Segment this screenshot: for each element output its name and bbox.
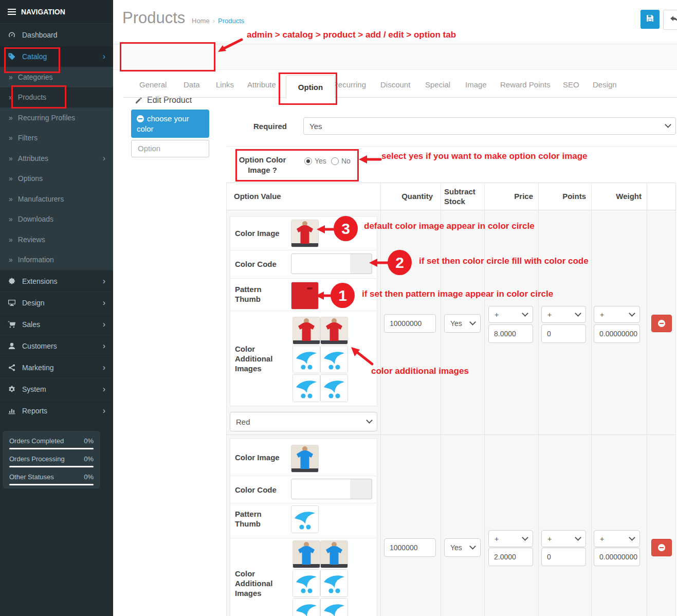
- color-picker-addon[interactable]: [350, 479, 372, 499]
- sidebar-item-extensions[interactable]: Extensions›: [0, 270, 113, 292]
- save-button[interactable]: [641, 10, 660, 29]
- tab-general[interactable]: General: [139, 73, 167, 97]
- price-prefix-select[interactable]: +: [488, 530, 533, 547]
- back-button[interactable]: [663, 10, 677, 30]
- color-image-thumbnail[interactable]: [291, 220, 319, 247]
- quantity-input[interactable]: 10000000: [384, 314, 436, 333]
- tab-data[interactable]: Data: [184, 73, 200, 97]
- additional-image-placeholder[interactable]: [320, 598, 348, 616]
- color-additional-images-label: Color Additional Images: [235, 569, 277, 598]
- additional-image-thumbnail[interactable]: [320, 317, 348, 345]
- hamburger-icon[interactable]: [8, 7, 16, 16]
- color-image-thumbnail[interactable]: [291, 445, 319, 473]
- tab-image[interactable]: Image: [465, 73, 487, 97]
- col-subtract-stock: Subtract Stock: [444, 183, 479, 210]
- sidebar-item-downloads[interactable]: »Downloads: [0, 209, 113, 230]
- additional-image-placeholder[interactable]: [292, 346, 320, 373]
- weight-prefix-select[interactable]: +: [594, 306, 640, 323]
- additional-image-thumbnail[interactable]: [292, 540, 320, 568]
- angle-double-icon: »: [9, 114, 13, 122]
- breadcrumb-home[interactable]: Home: [192, 17, 210, 25]
- sidebar-item-sales[interactable]: Sales›: [0, 313, 113, 335]
- sidebar-item-options[interactable]: »Options: [0, 169, 113, 189]
- progress-bar: [9, 466, 94, 467]
- col-points: Points: [538, 183, 586, 210]
- subtract-stock-select[interactable]: Yes: [444, 314, 481, 333]
- points-input[interactable]: 0: [541, 324, 586, 343]
- weight-input[interactable]: 0.00000000: [594, 324, 640, 343]
- additional-image-placeholder[interactable]: [320, 374, 348, 402]
- tab-discount[interactable]: Discount: [380, 73, 410, 97]
- sidebar-item-catalog[interactable]: Catalog ›: [0, 46, 113, 67]
- additional-image-placeholder[interactable]: [320, 346, 348, 373]
- points-input[interactable]: 0: [541, 548, 586, 566]
- weight-prefix-select[interactable]: +: [594, 530, 640, 547]
- points-prefix-select[interactable]: +: [541, 306, 586, 323]
- sidebar-item-categories[interactable]: »Categories: [0, 67, 113, 87]
- radio-unselected-icon: [331, 157, 339, 165]
- pattern-thumb-thumbnail[interactable]: [291, 505, 319, 533]
- sidebar-item-reviews[interactable]: »Reviews: [0, 229, 113, 250]
- radio-yes[interactable]: Yes: [304, 157, 326, 165]
- option-value-card-blue: Color Image Color Code Pattern Thumb Col…: [230, 438, 377, 616]
- tab-seo[interactable]: SEO: [563, 73, 579, 97]
- price-input[interactable]: 8.0000: [488, 324, 533, 343]
- tab-option[interactable]: Option: [286, 75, 335, 98]
- angle-double-icon: »: [9, 195, 13, 203]
- stat-value: 0%: [84, 473, 94, 481]
- sidebar-item-products[interactable]: »Products: [0, 87, 113, 108]
- color-code-input[interactable]: [291, 479, 351, 499]
- tab-special[interactable]: Special: [425, 73, 450, 97]
- chevron-right-icon: ›: [103, 364, 105, 372]
- sidebar-item-marketing[interactable]: Marketing›: [0, 356, 113, 378]
- sidebar-item-information[interactable]: »Information: [0, 250, 113, 270]
- points-prefix-select[interactable]: +: [541, 530, 586, 547]
- additional-image-placeholder[interactable]: [292, 598, 320, 616]
- price-prefix-select[interactable]: +: [488, 306, 533, 323]
- chevron-right-icon: ›: [103, 342, 105, 350]
- option-value-select[interactable]: Red: [230, 412, 377, 431]
- color-code-input[interactable]: [291, 253, 351, 274]
- subtract-stock-select[interactable]: Yes: [444, 538, 481, 557]
- angle-double-icon: »: [9, 235, 13, 244]
- chevron-right-icon: ›: [103, 385, 105, 393]
- weight-input[interactable]: 0.00000000: [594, 548, 640, 566]
- tab-bar-border: [123, 97, 677, 98]
- radio-no[interactable]: No: [331, 157, 351, 165]
- tab-links[interactable]: Links: [216, 73, 234, 97]
- tab-attribute[interactable]: Attribute: [247, 73, 276, 97]
- additional-image-thumbnail[interactable]: [320, 540, 348, 568]
- additional-image-placeholder[interactable]: [292, 374, 320, 402]
- tab-design[interactable]: Design: [593, 73, 617, 97]
- price-input[interactable]: 2.0000: [488, 548, 533, 566]
- remove-option-value-button[interactable]: [651, 315, 672, 332]
- angle-double-icon: »: [9, 215, 13, 223]
- chevron-right-icon: ›: [103, 277, 105, 285]
- additional-image-placeholder[interactable]: [292, 569, 320, 597]
- additional-image-placeholder[interactable]: [320, 569, 348, 597]
- additional-image-thumbnail[interactable]: [292, 317, 320, 345]
- sidebar-item-customers[interactable]: Customers›: [0, 335, 113, 356]
- sidebar-item-dashboard[interactable]: Dashboard: [0, 23, 113, 46]
- sidebar-item-recurring-profiles[interactable]: »Recurring Profiles: [0, 107, 113, 128]
- sidebar-item-attributes[interactable]: »Attributes›: [0, 148, 113, 169]
- sidebar-item-design[interactable]: Design›: [0, 292, 113, 313]
- angle-double-icon: »: [9, 256, 13, 264]
- pattern-thumb-thumbnail[interactable]: [291, 282, 319, 310]
- remove-option-value-button[interactable]: [651, 539, 672, 556]
- required-select[interactable]: Yes: [303, 117, 676, 135]
- color-picker-addon[interactable]: [350, 253, 372, 274]
- col-quantity: Quantity: [380, 183, 433, 210]
- sidebar-item-system[interactable]: System›: [0, 378, 113, 400]
- sidebar-item-manufacturers[interactable]: »Manufacturers: [0, 189, 113, 209]
- tab-recurring[interactable]: Recurring: [333, 73, 366, 97]
- stat-orders-processing: Orders Processing0%: [9, 455, 94, 467]
- choose-your-color-button[interactable]: choose your color: [131, 110, 209, 138]
- gear-icon: [8, 385, 16, 393]
- quantity-input[interactable]: 1000000: [384, 538, 436, 557]
- sidebar-item-filters[interactable]: »Filters: [0, 128, 113, 149]
- sidebar-item-reports[interactable]: Reports›: [0, 400, 113, 421]
- breadcrumb-current[interactable]: Products: [218, 17, 244, 25]
- option-list-item[interactable]: Option: [131, 140, 209, 157]
- tab-reward-points[interactable]: Reward Points: [500, 73, 551, 97]
